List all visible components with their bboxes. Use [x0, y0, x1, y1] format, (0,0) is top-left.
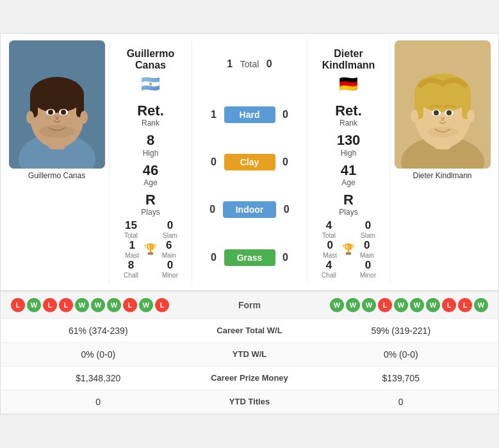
- stats-row-right-1: 0% (0-0): [314, 349, 489, 360]
- player-left-rank-value: Ret.: [137, 103, 164, 119]
- form-badge-left: L: [59, 298, 73, 312]
- player-right-info: Dieter Kindlmann 🇩🇪 Ret. Rank 130 High 4…: [307, 40, 390, 284]
- player-right-minor-val: 0: [352, 259, 384, 272]
- player-left-slam-stat: 0 Slam: [154, 219, 186, 239]
- form-badge-right: L: [378, 298, 392, 312]
- stats-row: 0% (0-0) YTD W/L 0% (0-0): [1, 343, 498, 367]
- player-left-flag: 🇦🇷: [141, 75, 160, 93]
- player-right-chall-lbl: Chall: [313, 272, 345, 279]
- form-badge-right: W: [474, 298, 488, 312]
- player-left-minor-val: 0: [154, 259, 186, 272]
- player-right-age-label: Age: [341, 178, 355, 187]
- clay-row: 0 Clay 0: [197, 154, 302, 170]
- player-right-slam-stat: 0 Slam: [352, 219, 384, 239]
- player-right-minor-stat: 0 Minor: [352, 259, 384, 279]
- clay-button[interactable]: Clay: [224, 154, 275, 170]
- player-left-plays-label: Plays: [141, 208, 160, 217]
- player-left-name-below: Guillermo Canas: [28, 171, 85, 180]
- player-right-chall-grid: 4 Chall 0 Minor: [310, 259, 387, 279]
- hard-button[interactable]: Hard: [224, 106, 275, 123]
- player-left-name: Guillermo Canas: [112, 48, 189, 71]
- indoor-right-score: 0: [281, 204, 291, 215]
- stats-row-left-0: 61% (374-239): [11, 326, 186, 336]
- stats-row-center-0: Career Total W/L: [186, 326, 314, 335]
- middle-col: 1 Total 0 1 Hard 0 0 Clay 0 0 Indoor 0 0: [195, 40, 304, 284]
- form-badge-left: W: [107, 298, 121, 312]
- form-badge-right: L: [442, 298, 456, 312]
- player-left-high-value: 8: [147, 133, 154, 148]
- svg-point-7: [26, 111, 34, 124]
- total-row: 1 Total 0: [225, 58, 275, 70]
- grass-button[interactable]: Grass: [224, 249, 275, 266]
- svg-point-12: [61, 110, 66, 115]
- grass-right-score: 0: [281, 252, 291, 263]
- form-badge-left: L: [11, 298, 25, 312]
- player-right-rank-label: Rank: [339, 119, 357, 128]
- stats-row-left-1: 0% (0-0): [11, 349, 186, 360]
- stats-row: 61% (374-239) Career Total W/L 59% (319-…: [1, 319, 498, 343]
- svg-point-4: [30, 77, 84, 113]
- hard-right-score: 0: [281, 109, 291, 120]
- hard-row: 1 Hard 0: [197, 106, 302, 123]
- player-right-total-val: 4: [313, 219, 345, 232]
- player-right-high-label: High: [341, 149, 357, 158]
- player-left-photo-col: Guillermo Canas: [7, 40, 106, 284]
- player-left-main-val: 6: [162, 239, 176, 252]
- player-right-rank-value: Ret.: [335, 103, 362, 119]
- player-right-main-lbl: Main: [360, 252, 374, 259]
- player-left-name-group: Guillermo Canas 🇦🇷: [112, 48, 189, 98]
- player-left-high-label: High: [143, 149, 159, 158]
- player-right-high-value: 130: [337, 133, 361, 148]
- stats-row-right-2: $139,705: [314, 373, 489, 383]
- form-badges-right: WWWLWWWLLW: [330, 298, 488, 312]
- indoor-row: 0 Indoor 0: [197, 201, 302, 218]
- hard-left-score: 1: [209, 109, 219, 120]
- player-right-trophy-row: 0 Mast 🏆 0 Main: [310, 239, 387, 259]
- stats-row-center-1: YTD W/L: [186, 349, 314, 359]
- player-right-plays-label: Plays: [339, 208, 357, 217]
- total-label: Total: [240, 59, 259, 69]
- player-right-plays: R Plays: [339, 192, 357, 217]
- stats-row-center-3: YTD Titles: [186, 397, 314, 406]
- stats-row-right-3: 0: [314, 397, 489, 407]
- total-left-score: 1: [225, 58, 235, 70]
- clay-left-score: 0: [209, 156, 219, 168]
- player-left-rank: Ret. Rank: [137, 103, 164, 128]
- player-left-age-label: Age: [143, 178, 157, 187]
- indoor-left-score: 0: [208, 204, 218, 215]
- svg-point-22: [467, 110, 475, 122]
- player-right-mast-lbl: Mast: [323, 252, 337, 259]
- player-left-total-val: 15: [115, 219, 147, 232]
- form-section: LWLLWWWLWL Form WWWLWWWLLW: [1, 291, 498, 319]
- stats-row: $1,348,320 Career Prize Money $139,705: [1, 367, 498, 390]
- player-left-chall-stat: 8 Chall: [115, 259, 147, 279]
- svg-point-27: [427, 127, 458, 137]
- player-right-total-stat: 4 Total: [313, 219, 345, 239]
- player-left-minor-stat: 0 Minor: [154, 259, 186, 279]
- player-right-name-group: Dieter Kindlmann 🇩🇪: [310, 48, 387, 98]
- player-left-mast-lbl: Mast: [125, 252, 139, 259]
- player-left-chall-grid: 8 Chall 0 Minor: [112, 259, 189, 279]
- svg-point-10: [48, 110, 53, 115]
- form-badge-left: W: [75, 298, 89, 312]
- player-left-chall-lbl: Chall: [115, 272, 147, 279]
- player-right-mast-val: 0: [323, 239, 337, 252]
- svg-point-24: [434, 110, 439, 115]
- indoor-button[interactable]: Indoor: [223, 201, 277, 218]
- total-right-score: 0: [264, 58, 274, 70]
- svg-point-21: [411, 110, 418, 122]
- player-left-age: 46 Age: [143, 163, 158, 187]
- form-badge-right: L: [458, 298, 472, 312]
- player-right-main-val: 0: [360, 239, 374, 252]
- form-badge-right: W: [362, 298, 376, 312]
- player-right-slam-lbl: Slam: [352, 232, 384, 239]
- form-badge-right: W: [346, 298, 360, 312]
- trophy-icon-left: 🏆: [144, 243, 157, 255]
- player-left-high: 8 High: [143, 133, 159, 157]
- grass-left-score: 0: [209, 252, 219, 263]
- player-right-age-value: 41: [341, 163, 356, 178]
- player-left-total-lbl: Total: [115, 232, 147, 239]
- form-badges-left: LWLLWWWLWL: [11, 298, 169, 312]
- player-right-high: 130 High: [337, 133, 361, 157]
- player-left-trophy-row: 1 Mast 🏆 6 Main: [112, 239, 189, 259]
